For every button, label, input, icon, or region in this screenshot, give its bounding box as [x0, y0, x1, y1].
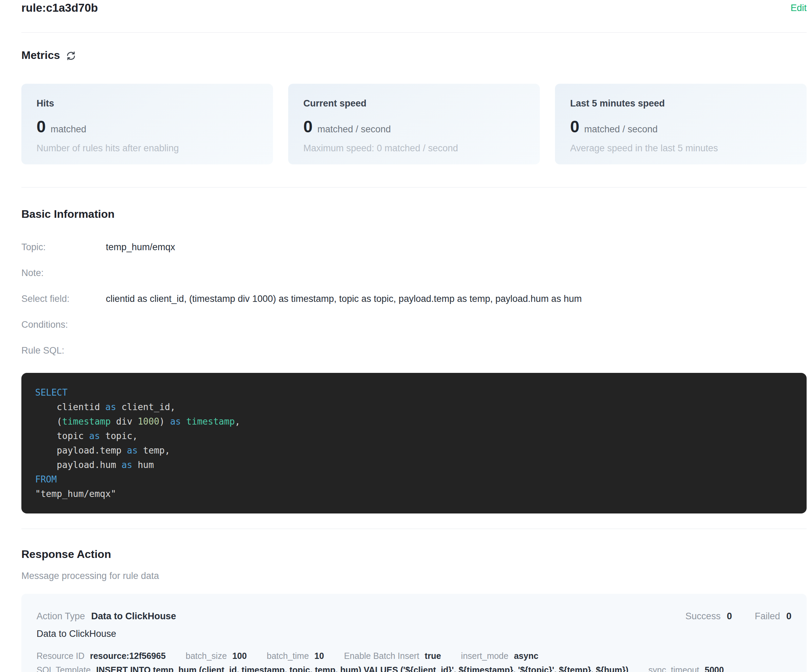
metric-value: 0: [37, 117, 46, 136]
sql-text: ,: [235, 416, 240, 427]
divider: [22, 529, 806, 529]
field-label: Select field:: [22, 293, 106, 304]
action-params-row: Resource ID resource:12f56965 batch_size…: [37, 651, 791, 661]
divider: [22, 187, 806, 187]
metric-card-current-speed: Current speed 0 matched / second Maximum…: [288, 84, 540, 164]
success-value: 0: [727, 611, 732, 622]
param-value: INSERT INTO temp_hum (client_id, timesta…: [96, 665, 628, 672]
rule-sql-code-block: SELECT clientid as client_id, (timestamp…: [22, 373, 806, 514]
refresh-icon[interactable]: [65, 50, 77, 61]
sql-keyword: as: [89, 431, 100, 441]
param-sync-timeout: sync_timeout 5000: [648, 665, 724, 672]
param-label: batch_size: [186, 651, 227, 661]
param-label: batch_time: [267, 651, 309, 661]
param-value: 5000: [704, 665, 724, 672]
failed-label: Failed: [755, 611, 780, 622]
param-label: insert_mode: [461, 651, 508, 661]
page-header: rule:c1a3d70b Edit: [22, 0, 806, 15]
sql-keyword: as: [127, 445, 137, 455]
field-label: Conditions:: [22, 319, 106, 330]
field-value: temp_hum/emqx: [106, 242, 175, 253]
sql-keyword: as: [170, 416, 180, 427]
sql-text: client_id,: [116, 402, 175, 412]
action-card: Action Type Data to ClickHouse Success 0…: [22, 594, 806, 672]
metric-value: 0: [570, 117, 579, 136]
param-label: sync_timeout: [648, 665, 699, 672]
sql-keyword: as: [121, 460, 132, 470]
sql-text: payload.hum: [35, 460, 121, 470]
metric-card-last5min-speed: Last 5 minutes speed 0 matched / second …: [555, 84, 806, 164]
sql-text: topic,: [100, 431, 138, 441]
sql-keyword: SELECT: [35, 387, 68, 398]
param-insert-mode: insert_mode async: [461, 651, 538, 661]
param-value: 100: [232, 651, 247, 661]
metrics-section: Metrics Hits 0 matched Number of rules h…: [22, 48, 806, 164]
sql-text: (: [35, 416, 62, 427]
param-enable-batch-insert: Enable Batch Insert true: [344, 651, 441, 661]
edit-button[interactable]: Edit: [790, 2, 806, 14]
sql-text: "temp_hum/emqx": [35, 489, 116, 499]
metric-title: Current speed: [303, 98, 525, 109]
param-label: Enable Batch Insert: [344, 651, 419, 661]
field-label: Note:: [22, 268, 106, 278]
action-type-value: Data to ClickHouse: [91, 611, 176, 622]
field-label: Rule SQL:: [22, 345, 106, 356]
sql-text: ): [159, 416, 170, 427]
param-sql-template: SQL Template INSERT INTO temp_hum (clien…: [37, 665, 628, 672]
metric-value: 0: [303, 117, 313, 136]
action-type-label: Action Type: [37, 611, 85, 622]
basic-information-section: Basic Information Topic: temp_hum/emqx N…: [22, 207, 806, 514]
basic-information-heading: Basic Information: [22, 207, 806, 220]
param-value: async: [514, 651, 538, 661]
divider: [22, 32, 806, 33]
metric-unit: matched / second: [317, 124, 391, 135]
param-resource-id: Resource ID resource:12f56965: [37, 651, 166, 661]
param-label: SQL Template: [37, 665, 91, 672]
metric-unit: matched: [51, 124, 87, 135]
page-title: rule:c1a3d70b: [22, 1, 98, 15]
param-value: true: [425, 651, 441, 661]
action-type: Action Type Data to ClickHouse: [37, 611, 176, 622]
sql-keyword: FROM: [35, 474, 57, 485]
sql-keyword: as: [105, 402, 116, 412]
param-value: 10: [314, 651, 324, 661]
success-label: Success: [685, 611, 720, 622]
field-row-note: Note:: [22, 268, 806, 278]
metric-unit: matched / second: [584, 124, 658, 135]
field-row-rule-sql: Rule SQL:: [22, 345, 806, 356]
metrics-heading: Metrics: [22, 48, 60, 62]
sql-text: div: [111, 416, 137, 427]
response-action-subtitle: Message processing for rule data: [22, 570, 806, 581]
metric-caption: Average speed in the last 5 minutes: [570, 143, 791, 154]
sql-text: [181, 416, 187, 427]
metric-card-hits: Hits 0 matched Number of rules hits afte…: [22, 84, 273, 164]
field-row-conditions: Conditions:: [22, 319, 806, 330]
response-action-heading: Response Action: [22, 548, 806, 561]
rule-detail-page: rule:c1a3d70b Edit Metrics Hits 0 matche…: [0, 0, 808, 672]
sql-text: clientid: [35, 402, 105, 412]
param-label: Resource ID: [37, 651, 84, 661]
metric-caption: Maximum speed: 0 matched / second: [303, 143, 525, 154]
sql-text: topic: [35, 431, 89, 441]
failed-counter: Failed 0: [755, 611, 791, 622]
metric-title: Hits: [37, 98, 258, 109]
metric-caption: Number of rules hits after enabling: [37, 143, 258, 154]
field-row-select-field: Select field: clientid as client_id, (ti…: [22, 293, 806, 304]
failed-value: 0: [786, 611, 791, 622]
param-batch-size: batch_size 100: [186, 651, 247, 661]
param-value: resource:12f56965: [90, 651, 166, 661]
sql-number: 1000: [137, 416, 159, 427]
field-row-topic: Topic: temp_hum/emqx: [22, 242, 806, 252]
field-value: clientid as client_id, (timestamp div 10…: [106, 293, 582, 304]
sql-text: temp,: [137, 445, 170, 455]
sql-text: hum: [132, 460, 154, 470]
field-label: Topic:: [22, 242, 106, 253]
metric-cards: Hits 0 matched Number of rules hits afte…: [22, 84, 806, 164]
metric-title: Last 5 minutes speed: [570, 98, 791, 109]
action-params-row: SQL Template INSERT INTO temp_hum (clien…: [37, 665, 791, 672]
action-name: Data to ClickHouse: [37, 629, 791, 639]
sql-text: payload.temp: [35, 445, 127, 455]
param-batch-time: batch_time 10: [267, 651, 324, 661]
action-counters: Success 0 Failed 0: [685, 611, 791, 622]
sql-function: timestamp: [186, 416, 235, 427]
